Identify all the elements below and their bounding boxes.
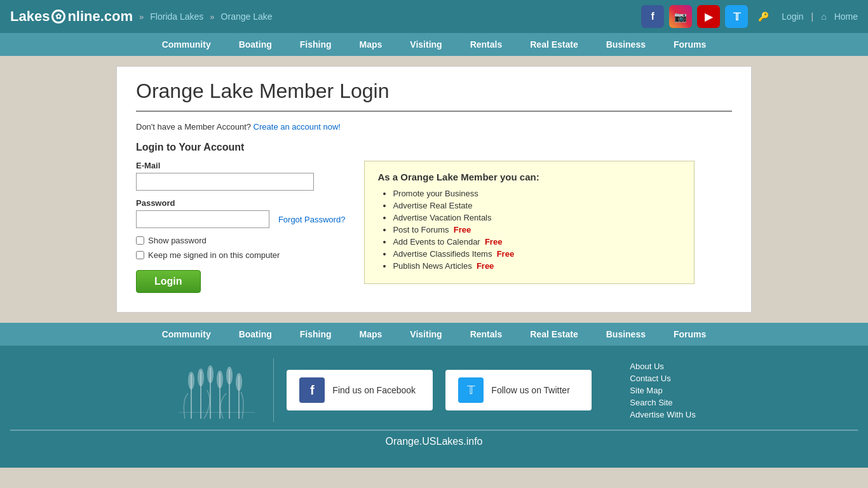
facebook-header-icon[interactable]: f xyxy=(641,5,664,28)
facebook-box-icon: f xyxy=(299,377,325,403)
member-benefits-box: As a Orange Lake Member you can: Promote… xyxy=(364,161,695,284)
top-nav: Community Boating Fishing Maps Visiting … xyxy=(0,33,868,56)
facebook-footer-box[interactable]: f Find us on Facebook xyxy=(287,370,433,410)
no-account-text: Don't have a Member Account? Create an a… xyxy=(136,122,732,132)
nav-maps[interactable]: Maps xyxy=(346,33,397,56)
list-item: Publish News Articles Free xyxy=(393,261,681,271)
keep-signed-checkbox[interactable] xyxy=(136,251,144,259)
youtube-header-icon[interactable]: ▶ xyxy=(697,5,720,28)
nav-community[interactable]: Community xyxy=(148,33,225,56)
bottom-nav-visiting[interactable]: Visiting xyxy=(396,323,456,346)
search-site-link[interactable]: Search Site xyxy=(630,398,695,407)
free-badge: Free xyxy=(497,249,514,259)
twitter-footer-label: Follow us on Twitter xyxy=(491,385,569,395)
footer-bottom: Orange.USLakes.info xyxy=(10,430,858,455)
keep-signed-row: Keep me signed in on this computer xyxy=(136,250,345,260)
footer-bottom-link[interactable]: Orange.USLakes.info xyxy=(386,436,483,447)
member-benefits-list: Promote your Business Advertise Real Est… xyxy=(377,189,681,271)
login-link[interactable]: Login xyxy=(782,11,803,22)
list-item: Post to Forums Free xyxy=(393,225,681,234)
login-button[interactable]: Login xyxy=(136,270,201,293)
header-right: f 📷 ▶ 𝕋 🔑 Login | ⌂ Home xyxy=(641,5,858,28)
free-badge: Free xyxy=(485,237,502,247)
email-input[interactable] xyxy=(136,173,314,191)
list-item: Advertise Vacation Rentals xyxy=(393,213,681,222)
bottom-nav-real-estate[interactable]: Real Estate xyxy=(516,323,592,346)
footer-links: About Us Contact Us Site Map Search Site… xyxy=(630,362,695,419)
nav-real-estate[interactable]: Real Estate xyxy=(516,33,592,56)
breadcrumb-florida[interactable]: Florida Lakes xyxy=(150,11,203,22)
password-input[interactable] xyxy=(136,210,269,228)
show-password-checkbox[interactable] xyxy=(136,236,144,245)
twitter-header-icon[interactable]: 𝕋 xyxy=(725,5,748,28)
bottom-nav-rentals[interactable]: Rentals xyxy=(456,323,517,346)
breadcrumb-sep-2: » xyxy=(210,12,214,22)
email-group: E-Mail xyxy=(136,161,345,191)
login-form-area: E-Mail Password Forgot Password? Show pa… xyxy=(136,161,732,293)
cattail-illustration xyxy=(179,362,255,419)
nav-forums[interactable]: Forums xyxy=(660,33,720,56)
home-icon: ⌂ xyxy=(821,11,826,22)
list-item: Add Events to Calendar Free xyxy=(393,237,681,247)
bottom-nav-community[interactable]: Community xyxy=(148,323,225,346)
password-label: Password xyxy=(136,198,345,208)
nav-boating[interactable]: Boating xyxy=(225,33,286,56)
instagram-header-icon[interactable]: 📷 xyxy=(669,5,692,28)
breadcrumb-sep-1: » xyxy=(139,12,144,22)
show-password-label: Show password xyxy=(148,236,207,245)
breadcrumb-lake: Orange Lake xyxy=(221,11,273,22)
login-section-title: Login to Your Account xyxy=(136,142,732,153)
page-title: Orange Lake Member Login xyxy=(136,79,732,112)
footer-logo-area xyxy=(172,358,274,422)
form-left: E-Mail Password Forgot Password? Show pa… xyxy=(136,161,345,293)
free-badge: Free xyxy=(454,225,471,234)
header-left: Lakes nline.com » Florida Lakes » Orange… xyxy=(10,8,273,25)
list-item: Advertise Classifieds Items Free xyxy=(393,249,681,259)
footer-inner: f Find us on Facebook 𝕋 Follow us on Twi… xyxy=(10,358,858,422)
site-map-link[interactable]: Site Map xyxy=(630,386,695,395)
nav-visiting[interactable]: Visiting xyxy=(396,33,456,56)
nav-business[interactable]: Business xyxy=(592,33,660,56)
facebook-footer-label: Find us on Facebook xyxy=(332,385,416,395)
show-password-row: Show password xyxy=(136,236,345,245)
wheel-icon xyxy=(51,10,65,24)
list-item: Advertise Real Estate xyxy=(393,201,681,210)
footer: f Find us on Facebook 𝕋 Follow us on Twi… xyxy=(0,346,868,468)
about-us-link[interactable]: About Us xyxy=(630,362,695,371)
header-separator: | xyxy=(811,11,814,22)
bottom-nav: Community Boating Fishing Maps Visiting … xyxy=(0,323,868,346)
svg-point-11 xyxy=(236,373,242,391)
svg-point-5 xyxy=(207,365,214,383)
key-icon: 🔑 xyxy=(758,11,769,22)
main-content: Orange Lake Member Login Don't have a Me… xyxy=(116,66,752,313)
svg-point-1 xyxy=(188,372,194,390)
nav-fishing[interactable]: Fishing xyxy=(286,33,346,56)
nav-rentals[interactable]: Rentals xyxy=(456,33,517,56)
advertise-link[interactable]: Advertise With Us xyxy=(630,410,695,419)
bottom-nav-forums[interactable]: Forums xyxy=(660,323,720,346)
home-link[interactable]: Home xyxy=(834,11,858,22)
site-logo[interactable]: Lakes nline.com xyxy=(10,8,133,25)
site-header: Lakes nline.com » Florida Lakes » Orange… xyxy=(0,0,868,33)
keep-signed-label: Keep me signed in on this computer xyxy=(148,250,280,260)
email-label: E-Mail xyxy=(136,161,345,170)
create-account-link[interactable]: Create an account now! xyxy=(254,122,341,132)
svg-point-9 xyxy=(226,367,233,384)
password-group: Password Forgot Password? xyxy=(136,198,345,228)
list-item: Promote your Business xyxy=(393,189,681,198)
bottom-nav-boating[interactable]: Boating xyxy=(225,323,286,346)
forgot-password-link[interactable]: Forgot Password? xyxy=(278,215,346,224)
bottom-nav-maps[interactable]: Maps xyxy=(346,323,397,346)
contact-us-link[interactable]: Contact Us xyxy=(630,374,695,383)
twitter-footer-box[interactable]: 𝕋 Follow us on Twitter xyxy=(445,370,592,410)
member-benefits-title: As a Orange Lake Member you can: xyxy=(377,172,681,182)
svg-point-7 xyxy=(217,370,223,388)
svg-point-3 xyxy=(198,369,204,386)
bottom-nav-business[interactable]: Business xyxy=(592,323,660,346)
bottom-nav-fishing[interactable]: Fishing xyxy=(286,323,346,346)
twitter-box-icon: 𝕋 xyxy=(458,377,484,403)
free-badge: Free xyxy=(477,261,494,271)
main-wrapper: Orange Lake Member Login Don't have a Me… xyxy=(0,56,868,323)
